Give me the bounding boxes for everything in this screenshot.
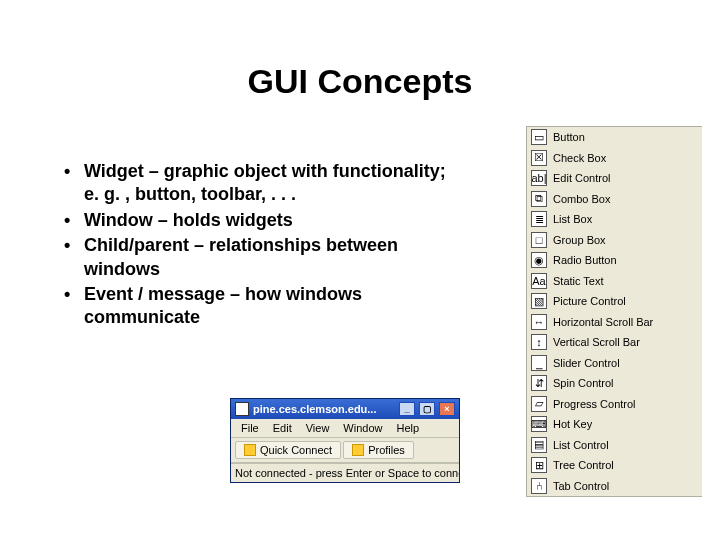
toolbox-item[interactable]: AaStatic Text [527,271,702,292]
app-icon [235,402,249,416]
toolbox-item-label: Edit Control [553,172,610,184]
control-toolbox: ▭Button☒Check Boxab|Edit Control⧉Combo B… [526,126,702,497]
picture-icon: ▧ [531,293,547,309]
window-toolbar: Quick ConnectProfiles [231,438,459,463]
toolbox-item-label: Hot Key [553,418,592,430]
edit-icon: ab| [531,170,547,186]
static-text-icon: Aa [531,273,547,289]
menu-item[interactable]: Help [390,421,425,435]
toolbox-item[interactable]: ▱Progress Control [527,394,702,415]
hotkey-icon: ⌨ [531,416,547,432]
list-ctrl-icon: ▤ [531,437,547,453]
status-bar: Not connected - press Enter or Space to … [231,463,459,482]
toolbox-item[interactable]: ⌨Hot Key [527,414,702,435]
toolbox-item-label: Slider Control [553,357,620,369]
toolbox-item[interactable]: ▧Picture Control [527,291,702,312]
hscroll-icon: ↔ [531,314,547,330]
bullet-item: Child/parent – relationships between win… [60,234,460,281]
toolbox-item[interactable]: ▤List Control [527,435,702,456]
toolbox-item-label: List Box [553,213,592,225]
toolbox-item[interactable]: ☒Check Box [527,148,702,169]
toolbar-button-label: Quick Connect [260,444,332,456]
toolbox-item[interactable]: ◉Radio Button [527,250,702,271]
slider-icon: ⎯ [531,355,547,371]
maximize-button[interactable]: ▢ [419,402,435,416]
menu-item[interactable]: Window [337,421,388,435]
folder-icon [352,444,364,456]
combobox-icon: ⧉ [531,191,547,207]
toolbox-item-label: List Control [553,439,609,451]
toolbox-item-label: Group Box [553,234,606,246]
toolbox-item-label: Radio Button [553,254,617,266]
toolbox-item[interactable]: ⑃Tab Control [527,476,702,497]
minimize-button[interactable]: _ [399,402,415,416]
close-button[interactable]: × [439,402,455,416]
toolbox-item[interactable]: ▭Button [527,127,702,148]
bullet-item: Window – holds widgets [60,209,460,232]
groupbox-icon: □ [531,232,547,248]
spin-icon: ⇵ [531,375,547,391]
vscroll-icon: ↕ [531,334,547,350]
button-icon: ▭ [531,129,547,145]
toolbox-item[interactable]: ⧉Combo Box [527,189,702,210]
tree-icon: ⊞ [531,457,547,473]
toolbar-button[interactable]: Profiles [343,441,414,459]
toolbar-button[interactable]: Quick Connect [235,441,341,459]
toolbox-item-label: Picture Control [553,295,626,307]
toolbox-item[interactable]: ⎯Slider Control [527,353,702,374]
window-titlebar[interactable]: pine.ces.clemson.edu... _ ▢ × [231,399,459,419]
toolbox-item-label: Combo Box [553,193,610,205]
menu-item[interactable]: File [235,421,265,435]
toolbar-button-label: Profiles [368,444,405,456]
toolbox-item-label: Static Text [553,275,604,287]
toolbox-item-label: Tab Control [553,480,609,492]
toolbox-item[interactable]: ⊞Tree Control [527,455,702,476]
folder-icon [244,444,256,456]
toolbox-item-label: Check Box [553,152,606,164]
window-title: pine.ces.clemson.edu... [253,403,377,415]
toolbox-item[interactable]: ↔Horizontal Scroll Bar [527,312,702,333]
toolbox-item[interactable]: ↕Vertical Scroll Bar [527,332,702,353]
bullet-area: Widget – graphic object with functionali… [60,160,460,332]
menu-item[interactable]: View [300,421,336,435]
toolbox-item[interactable]: □Group Box [527,230,702,251]
bullet-item: Event / message – how windows communicat… [60,283,460,330]
progress-icon: ▱ [531,396,547,412]
terminal-window: pine.ces.clemson.edu... _ ▢ × FileEditVi… [230,398,460,483]
toolbox-item-label: Horizontal Scroll Bar [553,316,653,328]
checkbox-icon: ☒ [531,150,547,166]
toolbox-item-label: Vertical Scroll Bar [553,336,640,348]
toolbox-item-label: Progress Control [553,398,636,410]
toolbox-item-label: Tree Control [553,459,614,471]
radio-icon: ◉ [531,252,547,268]
tab-icon: ⑃ [531,478,547,494]
bullet-item: Widget – graphic object with functionali… [60,160,460,207]
menu-item[interactable]: Edit [267,421,298,435]
toolbox-item-label: Button [553,131,585,143]
menu-bar: FileEditViewWindowHelp [231,419,459,438]
toolbox-item[interactable]: ≣List Box [527,209,702,230]
listbox-icon: ≣ [531,211,547,227]
toolbox-item-label: Spin Control [553,377,614,389]
toolbox-item[interactable]: ab|Edit Control [527,168,702,189]
toolbox-item[interactable]: ⇵Spin Control [527,373,702,394]
slide-title: GUI Concepts [0,0,720,121]
